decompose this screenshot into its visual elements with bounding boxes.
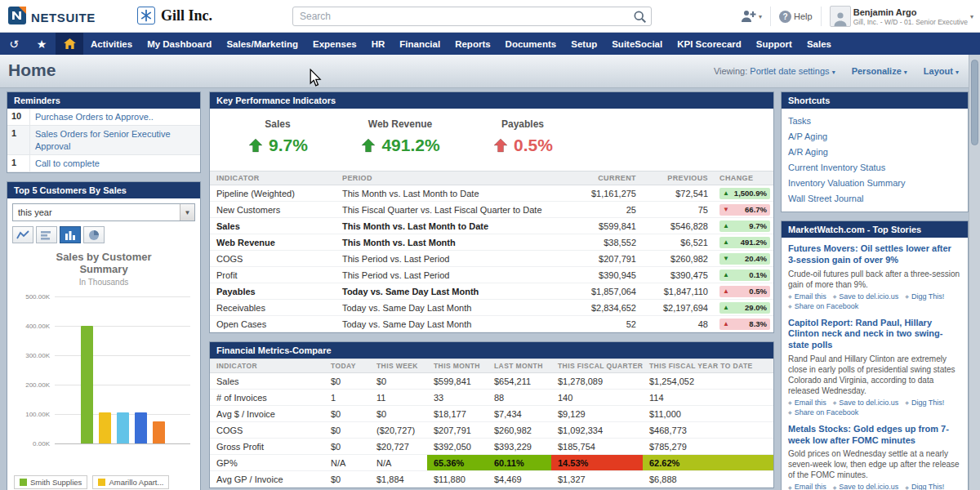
kpi-current-value: 25 xyxy=(566,202,648,217)
portlet-title[interactable]: MarketWatch.com - Top Stories xyxy=(782,221,968,238)
shortcut-inventory-valuation-summary[interactable]: Inventory Valuation Summary xyxy=(788,176,961,191)
reminder-link-sales-orders-for-senior-executive-approval[interactable]: Sales Orders for Senior Executive Approv… xyxy=(30,126,200,154)
shortcuts-star-button[interactable]: ★ xyxy=(28,33,56,55)
layout-menu[interactable]: Layout ▾ xyxy=(924,66,959,76)
nav-item-my-dashboard[interactable]: My Dashboard xyxy=(140,33,219,55)
email-this-link[interactable]: ◆Email this xyxy=(788,292,826,301)
email-this-link[interactable]: ◆Email this xyxy=(788,399,826,407)
portlet-title[interactable]: Top 5 Customers By Sales xyxy=(7,182,200,198)
digg-this-link[interactable]: ◆Digg This! xyxy=(905,483,944,490)
chart-bar-5[interactable] xyxy=(153,421,165,443)
kpi-summary-label: Web Revenue xyxy=(339,118,461,130)
reminder-link-purchase-orders-to-approve[interactable]: Purchase Orders to Approve.. xyxy=(30,109,158,125)
kpi-row-receivables: ReceivablesToday vs. Same Day Last Month… xyxy=(210,300,773,316)
nav-item-documents[interactable]: Documents xyxy=(498,33,564,55)
kpi-change-cell: ▲29.0% xyxy=(719,300,773,315)
portlet-title[interactable]: Financial Metrics-Compare xyxy=(210,342,773,359)
kpi-summary-value: 491.2% xyxy=(339,136,461,155)
chart-bar-4[interactable] xyxy=(135,412,147,443)
fin-value: $599,841 xyxy=(427,373,488,389)
kpi-summary-web-revenue[interactable]: Web Revenue491.2% xyxy=(339,118,461,161)
nav-item-reports[interactable]: Reports xyxy=(448,33,497,55)
story-headline[interactable]: Metals Stocks: Gold edges up from 7-week… xyxy=(788,424,961,447)
page-scrollbar[interactable] xyxy=(969,55,980,490)
fin-value: $4,469 xyxy=(488,471,551,487)
kpi-change-cell: ▼66.7% xyxy=(719,202,773,217)
y-axis-label: 500.00K xyxy=(12,293,50,301)
home-tab[interactable] xyxy=(56,33,83,55)
shortcut-a-p-aging[interactable]: A/P Aging xyxy=(788,129,961,145)
header-actions: ▾ ? Help Benjamin Argo Gill, Inc. - W/D … xyxy=(740,0,973,33)
nav-item-setup[interactable]: Setup xyxy=(564,33,604,55)
portlet-title[interactable]: Shortcuts xyxy=(782,92,968,109)
nav-item-suitesocial[interactable]: SuiteSocial xyxy=(604,33,670,55)
search-icon[interactable] xyxy=(633,10,647,27)
search-input[interactable] xyxy=(293,7,626,25)
shortcut-a-r-aging[interactable]: A/R Aging xyxy=(788,145,961,160)
change-badge: ▼66.7% xyxy=(719,204,770,216)
netsuite-brand[interactable]: NETSUITE xyxy=(8,7,96,28)
fin-value: $0 xyxy=(370,406,427,421)
personalize-menu[interactable]: Personalize ▾ xyxy=(852,66,907,76)
chart-bar-1[interactable] xyxy=(81,326,93,443)
link-label: Digg This! xyxy=(911,399,944,407)
chart-type-pie-button[interactable] xyxy=(83,226,105,243)
reminder-link-call-to-complete[interactable]: Call to complete xyxy=(30,155,105,172)
person-icon xyxy=(832,10,849,26)
chart-type-hbar-button[interactable] xyxy=(36,226,57,243)
period-select[interactable]: this year ▼ xyxy=(12,203,195,221)
nav-item-activities[interactable]: Activities xyxy=(83,33,140,55)
portlet-title[interactable]: Reminders xyxy=(7,92,200,109)
nav-item-support[interactable]: Support xyxy=(749,33,800,55)
nav-item-sales-marketing[interactable]: Sales/Marketing xyxy=(219,33,305,55)
kpi-summary-payables[interactable]: Payables0.5% xyxy=(461,118,584,161)
user-menu[interactable]: Benjamin Argo Gill, Inc. - W/D - 01. Sen… xyxy=(830,6,973,27)
chart-bar-3[interactable] xyxy=(117,412,129,443)
fin-col-this-fiscal-quarter: THIS FISCAL QUARTER xyxy=(551,359,643,372)
portlet-title[interactable]: Key Performance Indicators xyxy=(210,92,773,109)
help-button[interactable]: ? Help xyxy=(779,11,813,23)
center-column: Key Performance Indicators Sales9.7%Web … xyxy=(209,91,774,490)
story-links: ◆Email this◆Save to del.icio.us◆Digg Thi… xyxy=(788,483,961,490)
chart-type-line-button[interactable] xyxy=(12,226,33,243)
share-on-facebook-link[interactable]: ◆Share on Facebook xyxy=(788,408,858,416)
add-user-button[interactable]: ▾ xyxy=(740,9,762,24)
link-label: Email this xyxy=(795,292,826,301)
nav-item-sales[interactable]: Sales xyxy=(800,33,839,55)
chart-type-vbar-button[interactable] xyxy=(60,226,81,243)
nav-item-expenses[interactable]: Expenses xyxy=(305,33,364,55)
digg-this-link[interactable]: ◆Digg This! xyxy=(905,292,944,301)
kpi-previous-value: $1,847,110 xyxy=(648,283,719,299)
fin-col-indicator: INDICATOR xyxy=(210,359,324,372)
viewing-menu[interactable]: Viewing: Portlet date settings ▾ xyxy=(714,66,835,76)
story-links: ◆Email this◆Save to del.icio.us◆Digg Thi… xyxy=(788,292,961,310)
top-header: NETSUITE Gill Inc. ▾ ? Help xyxy=(0,0,980,33)
reminder-count: 10 xyxy=(7,109,30,125)
save-to-del-icio-us-link[interactable]: ◆Save to del.icio.us xyxy=(833,483,899,490)
save-to-del-icio-us-link[interactable]: ◆Save to del.icio.us xyxy=(833,399,899,407)
story-headline[interactable]: Capitol Report: Rand Paul, Hillary Clint… xyxy=(788,318,961,351)
fin-value: $11,880 xyxy=(427,471,488,487)
email-this-link[interactable]: ◆Email this xyxy=(788,483,826,490)
story-body: Gold prices on Wednesday settle at a nea… xyxy=(788,448,961,480)
scrollbar-thumb[interactable] xyxy=(971,60,978,145)
trend-up-arrow-icon: ▲ xyxy=(723,190,729,197)
change-badge: ▲0.5% xyxy=(719,286,770,297)
story-headline[interactable]: Futures Movers: Oil settles lower after … xyxy=(788,243,961,266)
shortcut-tasks[interactable]: Tasks xyxy=(788,114,961,129)
kpi-summary-sales[interactable]: Sales9.7% xyxy=(216,118,339,161)
bullet-icon: ◆ xyxy=(905,484,909,490)
shortcut-wall-street-journal[interactable]: Wall Street Journal xyxy=(788,191,961,207)
nav-item-hr[interactable]: HR xyxy=(364,33,393,55)
shortcut-current-inventory-status[interactable]: Current Inventory Status xyxy=(788,160,961,176)
nav-item-kpi-scorecard[interactable]: KPI Scorecard xyxy=(670,33,749,55)
digg-this-link[interactable]: ◆Digg This! xyxy=(905,399,944,407)
chevron-down-icon: ▼ xyxy=(180,204,194,220)
save-to-del-icio-us-link[interactable]: ◆Save to del.icio.us xyxy=(833,292,899,301)
recent-records-button[interactable]: ↺ xyxy=(0,33,28,55)
share-on-facebook-link[interactable]: ◆Share on Facebook xyxy=(788,302,858,310)
nav-item-financial[interactable]: Financial xyxy=(392,33,448,55)
legend-item-smith-supplies: Smith Supplies xyxy=(14,475,87,489)
chart-bar-2[interactable] xyxy=(99,412,111,443)
help-icon: ? xyxy=(779,11,791,23)
